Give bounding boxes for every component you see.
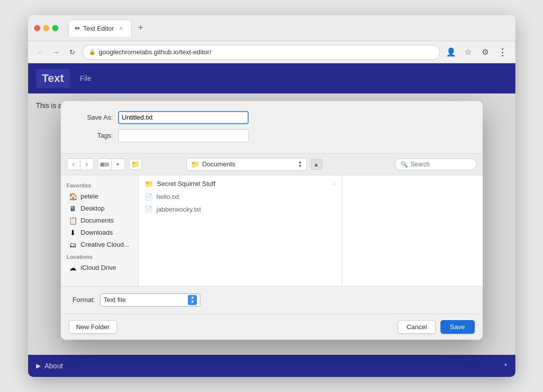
sidebar-documents-label: Documents xyxy=(81,217,114,224)
sidebar-item-downloads[interactable]: ⬇ Downloads xyxy=(63,227,136,239)
active-tab[interactable]: ✏ Text Editor × xyxy=(68,20,132,37)
sidebar-desktop-label: Desktop xyxy=(81,205,105,212)
dialog-top: Save As: Tags: xyxy=(61,101,483,153)
location-text: Documents xyxy=(202,160,295,168)
traffic-lights xyxy=(34,25,58,31)
txt-file-icon-hello: 📄 xyxy=(145,193,153,201)
file-list: 📁 Secret Squirrel Stuff › 📄 hello.txt 📄 … xyxy=(139,175,342,286)
sidebar-item-icloud[interactable]: ☁ iCloud Drive xyxy=(63,262,136,274)
view-chevron-button[interactable]: ▾ xyxy=(112,159,125,170)
refresh-button[interactable]: ↻ xyxy=(66,46,78,58)
folder-icon: 📁 xyxy=(145,180,153,188)
file-item-hello[interactable]: 📄 hello.txt xyxy=(139,190,342,203)
sidebar-item-creative-cloud[interactable]: 🗂 Creative Cloud... xyxy=(63,239,136,251)
expand-button[interactable]: ▲ xyxy=(311,159,322,170)
browser-forward-button[interactable]: › xyxy=(80,159,93,170)
file-name-jabberwocky: jabberwocky.txt xyxy=(157,206,201,213)
sidebar-icloud-label: iCloud Drive xyxy=(81,264,117,271)
search-icon: 🔍 xyxy=(400,161,408,168)
save-button[interactable]: Save xyxy=(441,320,475,334)
file-main: Favorites 🏠 petele 🖥 Desktop 📋 xyxy=(61,175,483,286)
search-box: 🔍 xyxy=(395,158,477,170)
file-preview-panel xyxy=(342,175,483,286)
browser-back-button[interactable]: ‹ xyxy=(67,159,80,170)
tab-title: Text Editor xyxy=(83,25,114,32)
maximize-traffic-light[interactable] xyxy=(52,25,58,31)
sidebar: Favorites 🏠 petele 🖥 Desktop 📋 xyxy=(61,175,139,286)
minimize-traffic-light[interactable] xyxy=(43,25,49,31)
format-select-arrows-icon: ▲ ▼ xyxy=(188,295,197,305)
home-icon: 🏠 xyxy=(69,192,77,201)
nav-button-group: ‹ › xyxy=(67,158,94,170)
desktop-icon: 🖥 xyxy=(69,205,77,213)
location-dropdown[interactable]: 📁 Documents ▲ ▼ xyxy=(186,158,307,171)
bookmark-button[interactable]: ☆ xyxy=(461,45,475,59)
folder-arrow-icon: › xyxy=(334,181,336,187)
dialog-footer: New Folder Cancel Save xyxy=(61,314,483,340)
save-dialog: Save As: Tags: ‹ › xyxy=(61,101,483,340)
address-bar: ← → ↻ 🔒 googlechromelabs.github.io/text-… xyxy=(28,41,515,63)
tags-row: Tags: xyxy=(73,129,471,142)
tags-input[interactable] xyxy=(118,129,249,142)
more-button[interactable]: ⋮ xyxy=(495,45,509,59)
tab-area: ✏ Text Editor × + xyxy=(68,20,509,37)
create-folder-button[interactable]: 📁 xyxy=(129,159,142,170)
close-traffic-light[interactable] xyxy=(34,25,40,31)
new-tab-button[interactable]: + xyxy=(134,21,148,35)
save-as-label: Save As: xyxy=(73,114,113,121)
save-as-input[interactable] xyxy=(118,111,249,124)
back-button[interactable]: ← xyxy=(34,46,46,58)
format-row: Format: Text file ▲ ▼ xyxy=(61,286,483,314)
save-as-row: Save As: xyxy=(73,111,471,124)
file-name-hello: hello.txt xyxy=(157,193,179,201)
url-text: googlechromelabs.github.io/text-editor/ xyxy=(99,48,211,56)
sidebar-item-documents[interactable]: 📋 Documents xyxy=(63,215,136,227)
sidebar-item-petele[interactable]: 🏠 petele xyxy=(63,190,136,203)
favorites-header: Favorites xyxy=(61,179,138,190)
tab-close-button[interactable]: × xyxy=(117,24,125,32)
title-bar: ✏ Text Editor × + xyxy=(28,15,515,41)
forward-button[interactable]: → xyxy=(50,46,62,58)
browser-window: ✏ Text Editor × + ← → ↻ 🔒 googlechromela… xyxy=(28,15,515,377)
sidebar-petele-label: petele xyxy=(81,192,98,200)
dialog-overlay: Save As: Tags: ‹ › xyxy=(28,63,515,377)
location-dropdown-arrows: ▲ ▼ xyxy=(298,160,302,168)
icon-view-button[interactable]: ▦▤ xyxy=(98,159,112,170)
file-item-secret-squirrel[interactable]: 📁 Secret Squirrel Stuff › xyxy=(139,177,342,190)
browser-actions: 👤 ☆ ⚙ ⋮ xyxy=(444,45,509,59)
sidebar-item-desktop[interactable]: 🖥 Desktop xyxy=(63,203,136,215)
tab-icon: ✏ xyxy=(75,25,80,32)
file-browser-toolbar: ‹ › ▦▤ ▾ 📁 📁 Documents xyxy=(61,153,483,175)
locations-header: Locations xyxy=(61,251,138,262)
icloud-icon: ☁ xyxy=(69,264,77,272)
search-input[interactable] xyxy=(411,161,471,168)
creative-cloud-icon: 🗂 xyxy=(69,241,77,249)
cancel-button[interactable]: Cancel xyxy=(398,320,435,334)
format-select[interactable]: Text file ▲ ▼ xyxy=(100,293,200,307)
documents-icon: 📋 xyxy=(69,217,77,225)
new-folder-button[interactable]: New Folder xyxy=(69,320,117,334)
dialog-actions: Cancel Save xyxy=(398,320,474,334)
page-content: Text File This is a n ▶ About * Save As: xyxy=(28,63,515,377)
account-button[interactable]: 👤 xyxy=(444,45,458,59)
tags-label: Tags: xyxy=(73,132,113,139)
view-toggle-group: ▦▤ ▾ xyxy=(98,158,125,170)
location-folder-icon: 📁 xyxy=(191,160,199,168)
format-select-text: Text file xyxy=(103,296,186,304)
profile-button[interactable]: ⚙ xyxy=(478,45,492,59)
lock-icon: 🔒 xyxy=(89,49,96,55)
downloads-icon: ⬇ xyxy=(69,229,77,237)
sidebar-creative-cloud-label: Creative Cloud... xyxy=(81,241,130,248)
url-bar[interactable]: 🔒 googlechromelabs.github.io/text-editor… xyxy=(82,45,440,60)
file-item-jabberwocky[interactable]: 📄 jabberwocky.txt xyxy=(139,203,342,216)
file-name-secret-squirrel: Secret Squirrel Stuff xyxy=(157,180,215,187)
txt-file-icon-jabberwocky: 📄 xyxy=(145,206,153,213)
format-label: Format: xyxy=(73,296,95,304)
sidebar-downloads-label: Downloads xyxy=(81,229,113,236)
file-browser: ‹ › ▦▤ ▾ 📁 📁 Documents xyxy=(61,153,483,314)
